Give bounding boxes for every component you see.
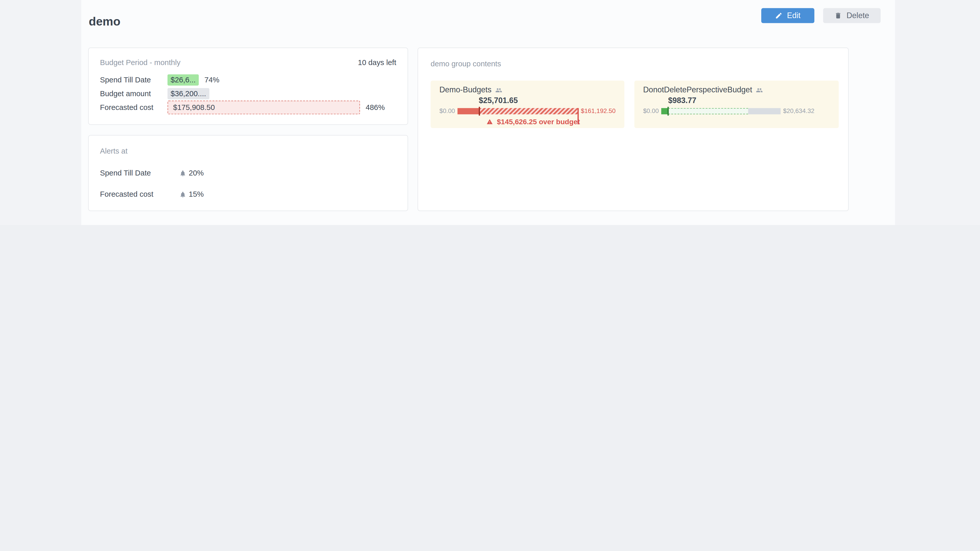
- alert-spend-label: Spend Till Date: [100, 168, 180, 177]
- budget-period-card: Budget Period - monthly 10 days left Spe…: [88, 48, 408, 125]
- budget-amount-row: Budget amount $36,200....: [100, 87, 399, 100]
- forecasted-cost-label: Forecasted cost: [100, 103, 167, 112]
- bell-icon: [180, 191, 186, 198]
- trash-icon: [835, 12, 842, 19]
- alert-forecast-row: Forecasted cost 15%: [100, 189, 396, 200]
- forecasted-cost-pct: 486%: [366, 103, 385, 112]
- spent-segment: [661, 108, 668, 114]
- remaining-segment: [748, 108, 780, 114]
- bell-icon: [180, 170, 186, 176]
- page-title: demo: [89, 15, 121, 29]
- group-contents-card: demo group contents Demo-Budgets $25,701…: [417, 48, 849, 211]
- group-contents-header: demo group contents: [431, 59, 501, 68]
- forecasted-cost-row: Forecasted cost $175,908.50 486%: [100, 100, 399, 114]
- bar-max-label: $161,192.50: [581, 107, 616, 114]
- delete-button[interactable]: Delete: [823, 8, 880, 23]
- budget-item-donotdelete[interactable]: DonotDeletePerspectiveBudget $983.77 $0.…: [635, 81, 839, 128]
- group-icon: [495, 87, 503, 94]
- budget-marker: [668, 106, 669, 115]
- alerts-header: Alerts at: [100, 147, 127, 156]
- alert-forecast-label: Forecasted cost: [100, 190, 180, 198]
- delete-button-label: Delete: [846, 11, 869, 20]
- budget-marker: [479, 106, 480, 115]
- budget-period-header: Budget Period - monthly: [100, 58, 180, 67]
- spend-till-date-row: Spend Till Date $26,6... 74%: [100, 73, 399, 87]
- bar-max-label: $20,634.32: [783, 107, 815, 114]
- alert-forecast-value: 15%: [189, 190, 204, 198]
- budget-item-demo-budgets[interactable]: Demo-Budgets $25,701.65 $0.00 $161,192.5…: [431, 81, 624, 128]
- budget-usage-bar: [458, 108, 579, 114]
- spend-till-date-label: Spend Till Date: [100, 76, 167, 84]
- budget-item-name: Demo-Budgets: [439, 86, 492, 94]
- days-left: 10 days left: [358, 58, 396, 67]
- group-icon: [756, 87, 763, 94]
- edit-button-label: Edit: [787, 11, 800, 20]
- budget-marker-amount: $25,701.65: [439, 97, 616, 105]
- bar-min-label: $0.00: [643, 107, 659, 114]
- alerts-card: Alerts at Spend Till Date 20% Forecasted…: [88, 135, 408, 211]
- actual-end-marker: [578, 108, 579, 124]
- over-budget-segment: [479, 108, 578, 114]
- forecasted-cost-value: $175,908.50: [167, 100, 360, 114]
- spent-segment: [458, 108, 479, 114]
- alert-spend-value: 20%: [189, 168, 204, 177]
- alert-spend-row: Spend Till Date 20%: [100, 167, 396, 179]
- forecast-segment: [668, 108, 748, 114]
- over-budget-text: $145,626.25 over budget: [497, 118, 580, 125]
- budget-marker-amount: $983.77: [643, 97, 830, 105]
- warning-icon: [486, 119, 493, 125]
- budget-usage-bar: [661, 108, 781, 114]
- pencil-icon: [775, 12, 783, 19]
- budget-item-name: DonotDeletePerspectiveBudget: [643, 86, 752, 94]
- bar-min-label: $0.00: [439, 107, 455, 114]
- edit-button[interactable]: Edit: [761, 8, 815, 23]
- spend-till-date-pct: 74%: [204, 76, 220, 84]
- spend-till-date-value: $26,6...: [167, 74, 199, 86]
- budget-detail-page: demo Edit Delete Budget Period - monthly…: [0, 0, 980, 225]
- budget-amount-value: $36,200....: [167, 88, 209, 99]
- budget-amount-label: Budget amount: [100, 89, 167, 98]
